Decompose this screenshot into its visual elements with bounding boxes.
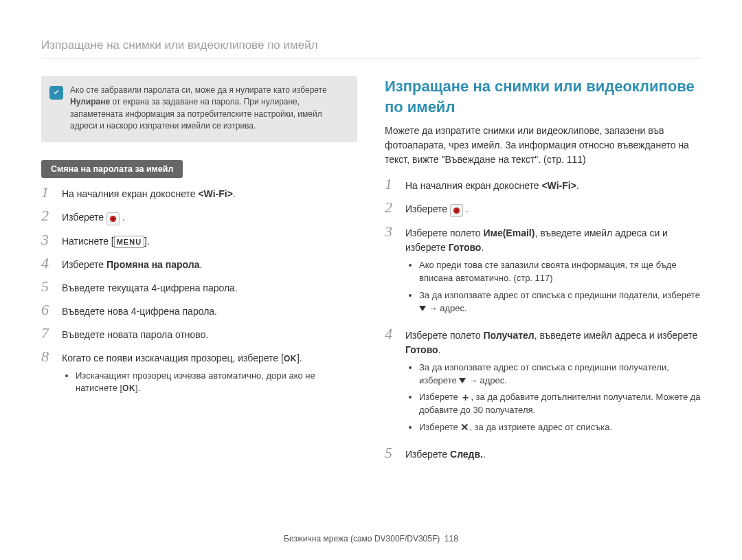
wifi-label: <Wi-Fi> [541,180,576,191]
text: На началния екран докоснете [405,180,541,191]
right-column: Изпращане на снимки или видеоклипове по … [385,76,701,469]
text: Изберете [419,422,460,432]
text: . [438,344,441,355]
section-heading: Изпращане на снимки или видеоклипове по … [385,76,701,117]
email-icon [106,212,120,225]
text: . [199,259,202,270]
step-body: Изберете . [62,210,357,225]
text: Изберете [419,392,460,402]
note-bold: Нулиране [70,97,110,107]
triangle-down-icon [419,306,426,311]
step-body: Изберете Промяна на парола. [62,258,357,272]
text: Изскачащият прозорец изчезва автоматично… [76,370,315,394]
text: Когато се появи изскачащия прозорец, изб… [62,352,284,363]
bold-text: Следв. [450,449,483,460]
text: . [233,188,236,199]
text: На началния екран докоснете [62,188,198,199]
step-num: 5 [41,279,55,294]
svg-point-3 [456,210,458,212]
intro-text: Можете да изпратите снимки или видеоклип… [385,124,701,167]
text: Изберете [405,449,450,460]
page-title: Изпращане на снимки или видеоклипове по … [41,38,701,58]
text: → адрес. [426,303,467,313]
menu-button-label: MENU [114,236,144,249]
note-box: Ако сте забравили паролата си, може да я… [41,76,357,142]
text: ]. [144,236,150,247]
x-icon: ✕ [460,422,469,432]
info-icon [49,86,63,100]
left-column: Ако сте забравили паролата си, може да я… [41,76,357,469]
text: → адрес. [466,375,507,385]
page-footer: Безжична мрежа (само DV300F/DV305F) 118 [0,534,742,544]
text: Изберете полето [405,330,484,341]
text: . [122,212,125,223]
step-num: 3 [41,232,55,247]
right-steps: 1 На началния екран докоснете <Wi-Fi>. 2… [385,177,701,462]
step-num: 1 [41,185,55,200]
footer-label: Безжична мрежа (само DV300F/DV305F) [284,534,440,544]
text: ]. [135,383,140,393]
bold-text: Получател [484,330,535,341]
text: . [483,449,486,460]
text: . [481,242,484,253]
step-num: 5 [385,445,398,460]
text: За да използвате адрес от списъка с пред… [419,362,669,385]
bullet: Изберете ✕, за да изтриете адрес от спис… [419,421,701,434]
step-num: 8 [41,349,55,364]
step-body: Изберете полето Получател, въведете имей… [405,328,701,438]
step-body: Изберете Следв.. [405,447,701,462]
text: . [466,203,469,214]
ok-label: OK [122,383,135,393]
text: ]. [297,352,302,363]
text: Изберете полето [405,227,484,238]
step-body: Въведете новата парола отново. [62,328,357,342]
text: , за да изтриете адрес от списъка. [469,422,612,432]
step-body: Въведете нова 4-цифрена парола. [62,304,357,319]
email-icon [450,204,463,217]
bullet: Ако преди това сте запазили своята инфор… [419,259,701,285]
step-num: 2 [41,208,55,223]
plus-icon: ＋ [460,392,471,402]
step-body: Изберете полето Име(Email), въведете име… [405,226,701,319]
text: , въведете имейл адреса и изберете [535,330,698,341]
bullet: Изберете ＋, за да добавите допълнителни … [419,391,701,417]
step-body: Натиснете [MENU]. [62,234,357,249]
step-body: Изберете . [405,202,701,217]
step-body: Въведете текущата 4-цифрена парола. [62,281,357,295]
bold-text: Име(Email) [484,227,535,238]
text: Изберете [405,203,450,214]
text: За да използвате адрес от списъка с пред… [419,290,700,300]
bullet: За да използвате адрес от списъка с пред… [419,361,701,388]
step-num: 4 [385,326,398,341]
text: Натиснете [ [62,236,114,247]
bold-text: Готово [449,242,482,253]
text: . [576,180,579,191]
step-num: 7 [41,326,55,341]
text: Изберете [62,212,106,223]
text: Изберете [62,259,106,270]
step-body: Когато се появи изскачащия прозорец, изб… [62,351,357,400]
step-num: 4 [41,256,55,271]
note-text: Ако сте забравили паролата си, може да я… [70,85,348,133]
bold-text: Промяна на парола [106,259,199,270]
step-num: 2 [385,200,398,215]
triangle-down-icon [459,378,466,383]
ok-label: OK [284,354,297,363]
section-title-bar: Смяна на паролата за имейл [41,160,183,178]
footer-page-number: 118 [445,534,458,544]
left-steps: 1 На началния екран докоснете <Wi-Fi>. 2… [41,185,357,400]
step-body: На началния екран докоснете <Wi-Fi>. [62,187,357,201]
step-num: 3 [385,224,398,239]
step-num: 1 [385,177,398,192]
bullet: Изскачащият прозорец изчезва автоматично… [76,370,357,396]
note-line1: Ако сте забравили паролата си, може да я… [70,85,327,95]
bold-text: Готово [405,344,438,355]
step-body: На началния екран докоснете <Wi-Fi>. [405,179,701,193]
svg-point-1 [112,217,115,220]
wifi-label: <Wi-Fi> [198,188,232,199]
step-num: 6 [41,302,55,317]
bullet: За да използвате адрес от списъка с пред… [419,289,701,315]
